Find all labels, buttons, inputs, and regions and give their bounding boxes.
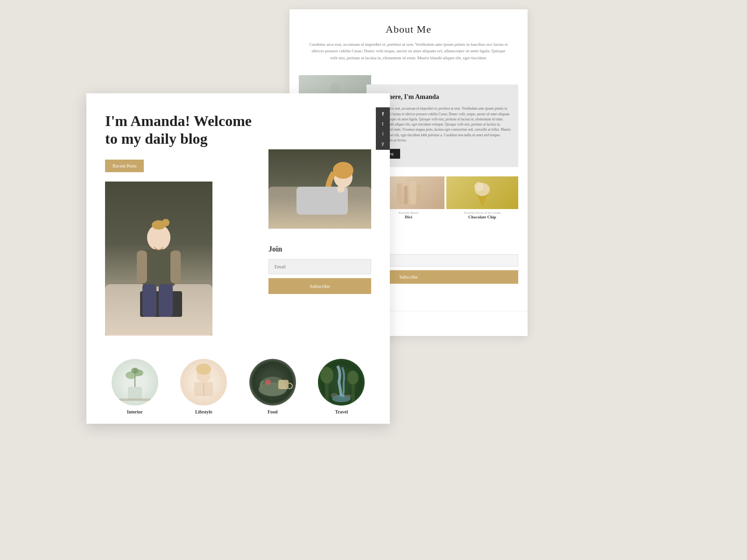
page-wrapper: About Me Curabitur arcu erat, accumsan i… xyxy=(0,0,747,560)
sidebar-twitter-icon[interactable]: t xyxy=(382,121,384,126)
subscribe-button[interactable]: Subscribe xyxy=(268,278,371,294)
join-title: Join xyxy=(268,245,371,253)
thumb-label-3: Chocolate Chip xyxy=(468,215,496,219)
category-interior: Interior xyxy=(112,359,158,414)
categories-row: Interior Lifestyle xyxy=(86,350,390,424)
hero-title: I'm Amanda! Welcome to my daily blog xyxy=(105,112,259,148)
svg-rect-9 xyxy=(404,186,408,204)
svg-point-47 xyxy=(347,371,359,385)
interior-circle xyxy=(112,359,158,406)
svg-rect-20 xyxy=(170,251,181,283)
svg-rect-36 xyxy=(204,382,204,396)
sidebar-youtube-icon[interactable]: y xyxy=(382,141,384,146)
about-text: Curabitur arcu erat, accumsan id imperdi… xyxy=(308,41,509,61)
woman-couch-image xyxy=(268,149,371,229)
svg-point-28 xyxy=(337,185,345,193)
category-lifestyle: Lifestyle xyxy=(180,359,227,414)
main-content: I'm Amanda! Welcome to my daily blog Rec… xyxy=(86,93,390,345)
thumb-label-sub-3: Favorite flavor of Ice cream xyxy=(464,211,501,215)
thumb-image-3 xyxy=(446,176,518,209)
front-panel: f t i y I'm Amanda! Welcome to my daily … xyxy=(86,93,390,424)
svg-point-26 xyxy=(333,162,353,179)
recent-posts-button[interactable]: Recent Posts xyxy=(105,160,144,172)
category-travel: Travel xyxy=(318,359,365,414)
category-lifestyle-label: Lifestyle xyxy=(195,409,212,414)
svg-point-38 xyxy=(196,364,211,375)
food-circle xyxy=(249,359,296,406)
svg-rect-29 xyxy=(128,387,142,400)
category-food-label: Food xyxy=(268,409,278,414)
svg-rect-41 xyxy=(278,380,289,389)
social-sidebar: f t i y xyxy=(376,107,390,150)
profile-bio: Curabitur arcu erat, accumsan id imperdi… xyxy=(374,106,511,143)
about-section: About Me Curabitur arcu erat, accumsan i… xyxy=(289,9,528,70)
svg-rect-11 xyxy=(417,185,421,204)
svg-point-17 xyxy=(162,219,169,226)
hero-right: Join Subscribe xyxy=(268,112,371,336)
profile-greeting: Hey there, I'm Amanda xyxy=(374,93,511,101)
svg-rect-10 xyxy=(409,181,416,204)
svg-rect-19 xyxy=(137,251,147,283)
category-food: Food xyxy=(249,359,296,414)
svg-point-42 xyxy=(265,379,271,385)
svg-rect-18 xyxy=(142,249,175,287)
thumb-label-sub-2: Favorite Bread xyxy=(399,211,418,215)
svg-rect-34 xyxy=(119,399,151,401)
join-email-input[interactable] xyxy=(268,259,371,274)
svg-rect-8 xyxy=(397,183,402,204)
woman-laptop-image xyxy=(105,182,212,336)
hero-left: I'm Amanda! Welcome to my daily blog Rec… xyxy=(105,112,259,336)
thumb-label-2: Divi xyxy=(405,215,412,219)
svg-point-33 xyxy=(131,368,139,373)
join-section: Join Subscribe xyxy=(268,245,371,294)
thumb-item-3: Favorite flavor of Ice cream Chocolate C… xyxy=(446,176,518,219)
svg-point-50 xyxy=(345,394,352,398)
svg-point-13 xyxy=(474,182,484,191)
svg-point-49 xyxy=(331,393,338,398)
svg-point-45 xyxy=(320,367,333,384)
hero-row: I'm Amanda! Welcome to my daily blog Rec… xyxy=(105,112,371,336)
svg-rect-22 xyxy=(142,284,156,317)
svg-rect-23 xyxy=(159,284,173,317)
category-interior-label: Interior xyxy=(127,409,143,414)
sidebar-instagram-icon[interactable]: i xyxy=(382,131,383,136)
about-title: About Me xyxy=(308,23,509,35)
category-travel-label: Travel xyxy=(335,409,348,414)
sidebar-facebook-icon[interactable]: f xyxy=(382,111,384,117)
lifestyle-circle xyxy=(180,359,227,406)
travel-circle xyxy=(318,359,365,406)
